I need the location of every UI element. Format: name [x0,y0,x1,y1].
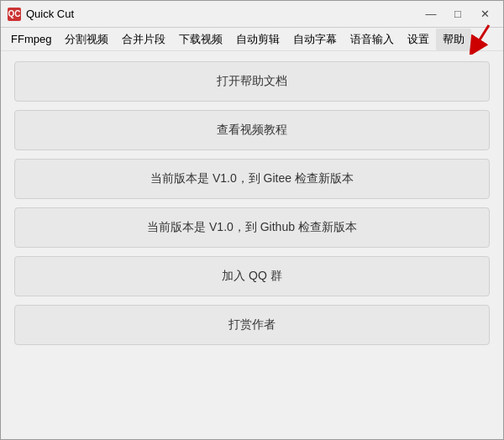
menu-download-video[interactable]: 下载视频 [172,29,229,50]
menu-ffmpeg[interactable]: FFmpeg [4,29,58,49]
minimize-button[interactable]: — [419,4,443,24]
menu-auto-edit[interactable]: 自动剪辑 [229,29,286,50]
maximize-button[interactable]: □ [446,4,470,24]
window-title: Quick Cut [26,8,419,20]
tip-author-button[interactable]: 打赏作者 [14,305,490,345]
svg-line-1 [475,25,489,48]
check-github-button[interactable]: 当前版本是 V1.0，到 Github 检查新版本 [14,207,490,248]
content-area: 打开帮助文档 查看视频教程 当前版本是 V1.0，到 Gitee 检查新版本 当… [1,51,503,439]
menu-merge-clips[interactable]: 合并片段 [115,29,172,50]
menu-split-video[interactable]: 分割视频 [58,29,115,50]
check-gitee-button[interactable]: 当前版本是 V1.0，到 Gitee 检查新版本 [14,159,490,199]
menu-voice-input[interactable]: 语音输入 [344,29,401,50]
menu-bar: FFmpeg 分割视频 合并片段 下载视频 自动剪辑 自动字幕 语音输入 设置 … [1,28,503,51]
close-button[interactable]: ✕ [473,4,496,24]
watch-tutorial-button[interactable]: 查看视频教程 [14,110,490,150]
menu-settings[interactable]: 设置 [401,29,436,50]
window-controls: — □ ✕ [419,4,496,24]
menu-auto-subtitle[interactable]: 自动字幕 [286,29,344,50]
menu-help[interactable]: 帮助 [436,29,471,50]
app-icon: QC [8,8,21,21]
open-help-doc-button[interactable]: 打开帮助文档 [14,61,490,102]
main-window: QC Quick Cut — □ ✕ FFmpeg 分割视频 合并片段 下载视频… [0,0,504,440]
join-qq-button[interactable]: 加入 QQ 群 [14,256,490,296]
title-bar: QC Quick Cut — □ ✕ [1,1,503,28]
